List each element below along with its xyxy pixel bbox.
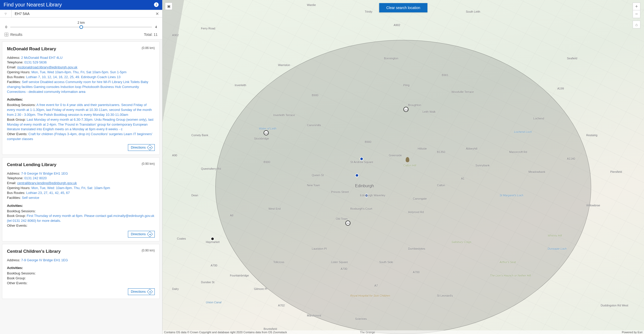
map-place-label: Restalrig <box>586 134 597 137</box>
map-place-label: A902 <box>394 23 400 27</box>
table-icon[interactable] <box>5 33 8 36</box>
map-place-label: A1140 <box>567 157 575 160</box>
map-place-label: Holyrood Rd <box>408 210 424 214</box>
panel-header: Find your Nearest Library i <box>0 0 162 10</box>
map-place-label: Sunnybank <box>476 164 490 167</box>
map-place-label: Dundee St <box>201 281 214 284</box>
map-place-label: Trinity <box>365 10 372 13</box>
search-row: ▽ ✕ <box>0 10 162 18</box>
map-place-label: Wardie <box>307 3 316 6</box>
result-card[interactable]: (0.90 km)Central Children's LibraryAddre… <box>2 244 160 299</box>
map-place-label: The Grange <box>360 331 375 334</box>
library-pin[interactable] <box>264 130 269 135</box>
map-place-label: A702 <box>278 304 285 307</box>
map-place-label: Dumbiedykes <box>408 247 425 250</box>
result-card[interactable]: (0.90 km)Central Lending LibraryAddress:… <box>2 157 160 241</box>
zoom-in-button[interactable]: + <box>633 3 640 10</box>
map-place-label: B1350 <box>437 150 445 153</box>
map-place-label: Lochend <box>533 117 544 120</box>
map-place-label: Abbeyhill <box>466 147 477 150</box>
map-place-label: Haymarket <box>206 240 219 243</box>
map-place-label: Tollcross <box>273 260 284 264</box>
directions-button[interactable]: Directions <box>128 231 155 238</box>
directions-icon <box>147 145 153 151</box>
search-source-toggle[interactable]: ▽ <box>0 10 12 17</box>
map-place-label: Lochend Loch <box>514 130 532 133</box>
map-place-label: A8 <box>230 214 233 217</box>
map-place-label: Whinny Hill <box>548 234 562 237</box>
map-place-label: Woodville Terrace <box>451 90 474 93</box>
search-input[interactable] <box>12 10 152 17</box>
map-place-label: A700 <box>211 264 217 267</box>
search-clear-button[interactable]: ✕ <box>152 10 162 17</box>
result-title: Central Children's Library <box>7 248 155 255</box>
map-place-label: B900 <box>365 140 371 143</box>
map-place-label: Royal Hospital for Sick Children <box>350 294 390 297</box>
map-place-label: Roxburgh's Court <box>350 207 372 210</box>
map-place-label: Greenside <box>389 154 402 157</box>
result-distance: (0.90 km) <box>142 248 155 253</box>
map-place-label: St Andrew Square <box>350 160 373 164</box>
clear-search-button[interactable]: Clear search location <box>379 3 428 12</box>
side-panel: Find your Nearest Library i ▽ ✕ 2 km 0 4… <box>0 0 162 334</box>
map-attribution: Contains OS data © Crown Copyright and d… <box>162 330 644 334</box>
result-title: McDonald Road Library <box>7 46 155 52</box>
zoom-out-button[interactable]: − <box>633 10 640 18</box>
result-title: Central Lending Library <box>7 162 155 168</box>
map-place-label: Sciennes <box>355 317 367 320</box>
directions-icon <box>147 231 153 237</box>
map-place-label: Comely Bank <box>191 134 208 137</box>
email-link[interactable]: centrallibrary.lending@edinburgh.gov.uk <box>17 181 77 185</box>
email-link[interactable]: mcdonaldroad.library@edinburgh.gov.uk <box>17 65 77 69</box>
library-pin[interactable] <box>403 107 409 112</box>
map-place-label: Arthur's Seat <box>500 260 516 264</box>
directions-icon <box>147 289 153 295</box>
map-place-label: Piersfield <box>610 170 622 173</box>
radius-track[interactable] <box>10 27 152 27</box>
layers-icon: ▣ <box>167 4 170 8</box>
result-card[interactable]: (0.86 km)McDonald Road LibraryAddress: 2… <box>2 42 160 155</box>
home-button[interactable]: ⌂ <box>633 21 640 28</box>
map-place-label: West End <box>268 207 281 210</box>
map-place-label: A700 <box>341 267 347 270</box>
map-place-label: Salisbury Crags <box>451 240 471 243</box>
map-place-label: Calton Hill <box>403 164 416 167</box>
directions-button[interactable]: Directions <box>128 144 155 151</box>
map-place-label: Lister Square <box>331 260 348 264</box>
map-place-label: Bonnington <box>384 57 398 60</box>
map-place-label: Edinburgh <box>355 184 374 188</box>
map-place-label: A1 <box>461 177 464 180</box>
map-place-label: Calton <box>437 184 445 187</box>
info-icon[interactable]: i <box>154 2 159 7</box>
result-distance: (0.90 km) <box>142 162 155 166</box>
map-place-label: St Margaret's Loch <box>500 194 523 197</box>
map-place-label: Canongate <box>413 197 427 200</box>
home-icon: ⌂ <box>635 22 638 27</box>
map-place-label: Fountainbridge <box>230 274 249 277</box>
result-distance: (0.86 km) <box>142 46 155 50</box>
map-place-label: Meadowbank <box>528 170 545 173</box>
radius-thumb[interactable] <box>79 25 83 29</box>
results-total: Total: 11 <box>144 32 158 37</box>
map[interactable]: ▣ Clear search location + − ⌂ Contains O… <box>162 0 644 334</box>
map-place-label: Stockbridge <box>254 137 269 140</box>
map-place-label: Union Canal <box>206 301 222 304</box>
results-label: Results <box>10 32 22 37</box>
map-place-label: Bruntsfield <box>264 327 277 330</box>
basemap-button[interactable]: ▣ <box>165 3 172 10</box>
map-place-label: A902 <box>172 34 179 37</box>
map-place-label: A700 <box>413 271 420 274</box>
map-place-label: St Leonard's <box>437 294 453 297</box>
map-place-label: Warriston <box>278 63 290 67</box>
radius-max-label: 4 <box>154 25 158 29</box>
map-place-label: Old Town <box>336 217 348 220</box>
directions-button[interactable]: Directions <box>128 288 155 295</box>
map-place-label: Gilmore Pl <box>254 287 267 290</box>
results-list[interactable]: (0.86 km)McDonald Road LibraryAddress: 2… <box>0 39 162 334</box>
search-location-pin[interactable] <box>406 157 409 162</box>
map-place-label: Marchmont <box>307 314 321 317</box>
map-place-label: Canonmills <box>307 124 321 127</box>
map-place-label: Leith Walk <box>422 110 436 113</box>
map-place-label: A199 <box>557 87 564 90</box>
map-place-label: B901 <box>442 74 449 77</box>
